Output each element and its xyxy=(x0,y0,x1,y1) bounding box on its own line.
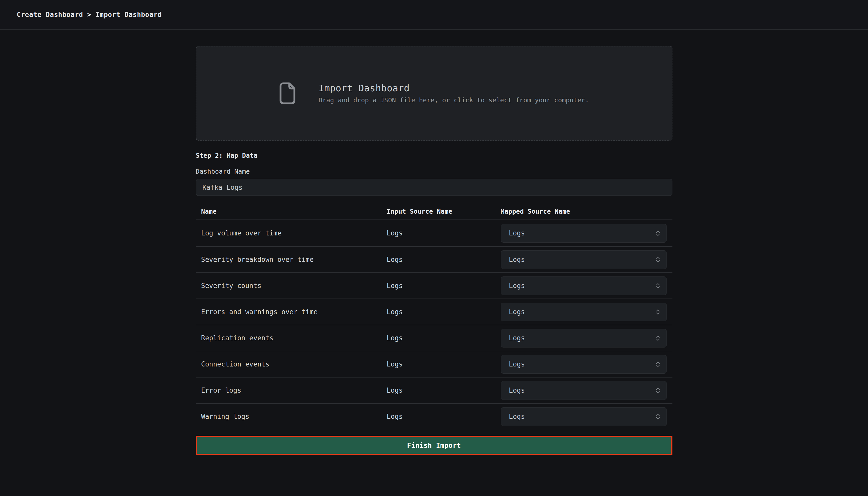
row-input-source: Logs xyxy=(387,229,501,237)
select-value: Logs xyxy=(509,308,525,316)
mapped-source-select[interactable]: Logs xyxy=(501,381,667,400)
row-name: Warning logs xyxy=(196,413,387,420)
step-heading: Step 2: Map Data xyxy=(196,152,672,159)
row-input-source: Logs xyxy=(387,360,501,368)
mapped-source-select[interactable]: Logs xyxy=(501,329,667,347)
chevrons-up-down-icon xyxy=(655,413,661,420)
row-name: Log volume over time xyxy=(196,229,387,237)
table-row: Errors and warnings over time Logs Logs xyxy=(196,298,672,325)
chevrons-up-down-icon xyxy=(655,387,661,394)
import-dashboard-page: Import Dashboard Drag and drop a JSON fi… xyxy=(196,46,672,455)
row-input-source: Logs xyxy=(387,413,501,420)
chevrons-up-down-icon xyxy=(655,361,661,368)
row-input-source: Logs xyxy=(387,387,501,394)
file-dropzone[interactable]: Import Dashboard Drag and drop a JSON fi… xyxy=(196,46,672,141)
column-header-name: Name xyxy=(196,208,387,215)
select-value: Logs xyxy=(509,387,525,394)
select-value: Logs xyxy=(509,282,525,290)
table-row: Connection events Logs Logs xyxy=(196,351,672,377)
select-value: Logs xyxy=(509,256,525,263)
chevrons-up-down-icon xyxy=(655,282,661,289)
dropzone-subtitle: Drag and drop a JSON file here, or click… xyxy=(318,96,589,104)
table-header-row: Name Input Source Name Mapped Source Nam… xyxy=(196,196,672,220)
select-value: Logs xyxy=(509,229,525,237)
mapping-table: Name Input Source Name Mapped Source Nam… xyxy=(196,196,672,429)
dashboard-name-label: Dashboard Name xyxy=(196,168,672,175)
top-bar: Create Dashboard > Import Dashboard xyxy=(0,0,868,30)
row-input-source: Logs xyxy=(387,256,501,263)
mapped-source-select[interactable]: Logs xyxy=(501,407,667,426)
column-header-mapped-source: Mapped Source Name xyxy=(501,208,672,215)
mapped-source-select[interactable]: Logs xyxy=(501,355,667,374)
table-row: Replication events Logs Logs xyxy=(196,325,672,351)
chevrons-up-down-icon xyxy=(655,335,661,342)
dropzone-text: Import Dashboard Drag and drop a JSON fi… xyxy=(318,83,589,104)
row-name: Connection events xyxy=(196,360,387,368)
mapped-source-select[interactable]: Logs xyxy=(501,224,667,243)
dropzone-title: Import Dashboard xyxy=(318,83,589,93)
row-input-source: Logs xyxy=(387,308,501,316)
row-name: Error logs xyxy=(196,387,387,394)
table-row: Severity counts Logs Logs xyxy=(196,273,672,298)
column-header-input-source: Input Source Name xyxy=(387,208,501,215)
chevrons-up-down-icon xyxy=(655,256,661,263)
select-value: Logs xyxy=(509,334,525,342)
row-input-source: Logs xyxy=(387,334,501,342)
row-name: Severity counts xyxy=(196,282,387,290)
select-value: Logs xyxy=(509,360,525,368)
table-row: Severity breakdown over time Logs Logs xyxy=(196,246,672,273)
row-name: Errors and warnings over time xyxy=(196,308,387,316)
file-icon xyxy=(279,82,296,104)
table-row: Log volume over time Logs Logs xyxy=(196,220,672,246)
mapped-source-select[interactable]: Logs xyxy=(501,303,667,321)
table-row: Warning logs Logs Logs xyxy=(196,403,672,429)
row-name: Replication events xyxy=(196,334,387,342)
mapped-source-select[interactable]: Logs xyxy=(501,277,667,295)
mapped-source-select[interactable]: Logs xyxy=(501,250,667,269)
table-row: Error logs Logs Logs xyxy=(196,377,672,403)
row-name: Severity breakdown over time xyxy=(196,256,387,263)
chevrons-up-down-icon xyxy=(655,230,661,237)
finish-import-button[interactable]: Finish Import xyxy=(196,436,672,455)
select-value: Logs xyxy=(509,413,525,420)
row-input-source: Logs xyxy=(387,282,501,290)
breadcrumb[interactable]: Create Dashboard > Import Dashboard xyxy=(17,11,162,18)
dashboard-name-input[interactable] xyxy=(196,179,672,196)
chevrons-up-down-icon xyxy=(655,309,661,315)
